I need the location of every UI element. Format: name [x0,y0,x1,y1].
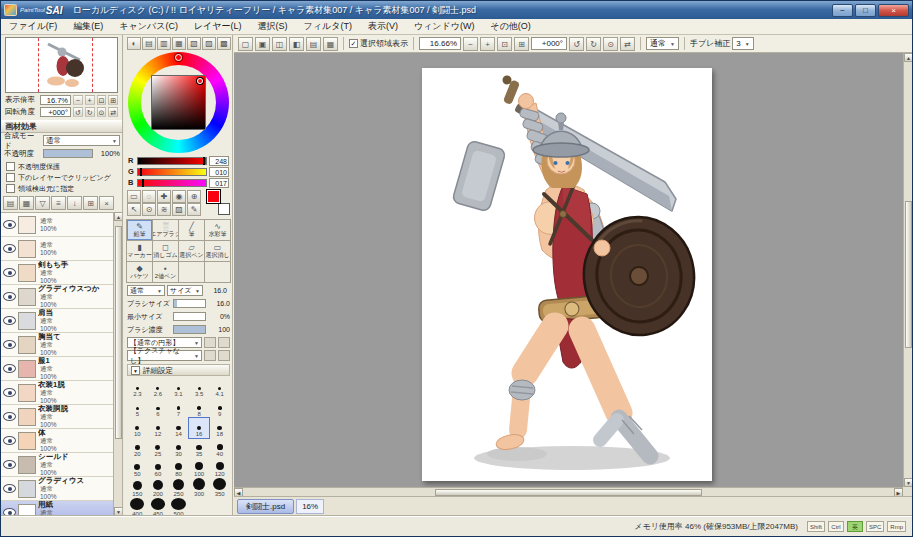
layer-visibility-icon[interactable] [3,220,16,229]
wand-tool-icon[interactable]: ✚ [157,190,171,203]
rotate-reset-button[interactable]: ⊙ [97,107,107,117]
brush-size-preset[interactable]: 40 [209,438,230,458]
layer-row[interactable]: 体通常100% [1,429,114,453]
scratchpad-tab-icon[interactable]: ▨ [202,37,216,50]
selection-source-checkbox[interactable] [6,184,15,193]
zoom-fit-button[interactable]: ⊞ [108,95,118,105]
title-bar[interactable]: PaintTool SAI ローカルディスク (C:) / !! ロイヤリティー… [1,1,912,19]
layer-row[interactable]: シールド通常100% [1,453,114,477]
canvas-zoom-in-button[interactable]: + [480,37,495,51]
brush-size-preset[interactable]: 30 [168,438,189,458]
texture-tool-icon[interactable]: ▨ [172,203,186,216]
opacity-lock-checkbox[interactable] [6,162,15,171]
layer-visibility-icon[interactable] [3,340,16,349]
tool-cell[interactable]: ▭選択消し [205,241,230,261]
menu-file[interactable]: ファイル(F) [1,19,65,34]
scroll-right-icon[interactable]: ▶ [894,488,903,496]
size-unit-select[interactable]: サイズ▼ [167,285,203,296]
layer-row[interactable]: グラディウスつか通常100% [1,285,114,309]
tool-cell[interactable] [205,262,230,282]
layer-visibility-icon[interactable] [3,244,16,253]
scroll-up-icon[interactable]: ▲ [904,53,912,62]
brush-size-preset[interactable]: 300 [189,478,210,498]
menu-filter[interactable]: フィルタ(T) [296,19,360,34]
brush-size-preset[interactable]: 35 [189,438,210,458]
tool-cell[interactable]: ◆バケツ [127,262,152,282]
angle-value[interactable]: +000° [40,107,71,117]
layer-row[interactable]: 服1通常100% [1,357,114,381]
canvas-rotate-cw-button[interactable]: ↻ [586,37,601,51]
hsv-slider-tab-icon[interactable]: ▥ [157,37,171,50]
merge-down-button[interactable]: ≡ [51,196,66,210]
canvas-zoom-100-button[interactable]: ⊡ [497,37,512,51]
brush-size-preset[interactable]: 5 [127,398,148,418]
blue-value[interactable]: 017 [209,178,229,188]
saturation-value-square[interactable] [151,75,206,130]
sv-marker[interactable] [197,78,203,84]
advanced-settings-expander[interactable]: ▼ 詳細設定 [127,364,230,376]
canvas-vertical-scrollbar[interactable]: ▲ ▼ [903,53,912,487]
canvas-zoom-out-button[interactable]: − [463,37,478,51]
close-button[interactable]: × [878,4,909,17]
canvas-angle-value[interactable]: +000° [531,37,567,50]
brush-size-preset[interactable]: 20 [127,438,148,458]
opacity-slider[interactable] [43,149,93,158]
zoom-tool-icon[interactable]: ◉ [172,190,186,203]
tool-cell[interactable] [179,262,204,282]
tool-cell[interactable]: ✎鉛筆 [127,220,152,240]
canvas-horizontal-scrollbar[interactable]: ◀ ▶ [234,487,903,496]
brush-size-preset[interactable]: 16 [189,418,210,438]
menu-layer[interactable]: レイヤー(L) [186,19,250,34]
brush-size-preset[interactable]: 3.1 [168,378,189,398]
brush-size-preset[interactable]: 4.1 [209,378,230,398]
rotate-ccw-button[interactable]: ↺ [73,107,83,117]
brush-size-preset[interactable]: 9 [209,398,230,418]
eyedropper-tool-icon[interactable]: ⊙ [142,203,156,216]
layer-visibility-icon[interactable] [3,412,16,421]
background-color-swatch[interactable] [218,203,230,215]
color-mixer-tab-icon[interactable]: ▦ [172,37,186,50]
menu-view[interactable]: 表示(V) [360,19,406,34]
menu-canvas[interactable]: キャンバス(C) [111,19,186,34]
fill-layer-button[interactable]: ⊞ [83,196,98,210]
brush-blend-select[interactable]: 通常▼ [127,285,165,296]
toolbar-icon-3[interactable]: ◫ [272,37,287,51]
zoom-out-button[interactable]: − [73,95,83,105]
paper-tab-icon[interactable]: ▩ [217,37,231,50]
layer-row[interactable]: 衣装胴脱通常100% [1,405,114,429]
green-value[interactable]: 010 [209,167,229,177]
zoom-100-button[interactable]: ⊡ [97,95,107,105]
layer-row[interactable]: 通常100% [1,237,114,261]
brush-size-preset[interactable]: 400 [127,498,148,516]
canvas-rotate-ccw-button[interactable]: ↺ [569,37,584,51]
scroll-down-icon[interactable]: ▼ [904,478,912,487]
layer-row[interactable]: 胸当て通常100% [1,333,114,357]
brush-size-preset[interactable]: 150 [127,478,148,498]
document-tab[interactable]: 剣闘士.psd [237,499,294,514]
canvas-viewport[interactable]: ▲ ▼ ◀ ▶ [234,53,912,496]
toolbar-icon-1[interactable]: ▢ [238,37,253,51]
menu-window[interactable]: ウィンドウ(W) [406,19,483,34]
layer-list-scrollbar[interactable]: ▲ ▼ [113,212,122,516]
red-value[interactable]: 248 [209,156,229,166]
brush-size-preset[interactable]: 14 [168,418,189,438]
tool-cell[interactable]: ▪2値ペン [153,262,178,282]
canvas-zoom-fit-button[interactable]: ⊞ [514,37,529,51]
blur-tool-icon[interactable]: ≋ [157,203,171,216]
layer-visibility-icon[interactable] [3,316,16,325]
new-layer-button[interactable]: ▤ [3,196,18,210]
stabilizer-select[interactable]: 3▼ [732,37,753,50]
brush-size-preset[interactable]: 450 [148,498,169,516]
rgb-slider-tab-icon[interactable]: ▤ [142,37,156,50]
layer-visibility-icon[interactable] [3,364,16,373]
tool-cell[interactable]: ▮マーカー [127,241,152,261]
brush-size-preset[interactable]: 2.3 [127,378,148,398]
brush-size-preset[interactable]: 250 [168,478,189,498]
brush-size-preset[interactable]: 7 [168,398,189,418]
toolbar-icon-6[interactable]: ▦ [323,37,338,51]
toolbar-icon-5[interactable]: ▤ [306,37,321,51]
canvas-document[interactable] [422,68,712,481]
brush-size-preset[interactable]: 25 [148,438,169,458]
pen-tool-icon[interactable]: ✎ [187,203,201,216]
layer-row[interactable]: 用紙通常100% [1,501,114,516]
